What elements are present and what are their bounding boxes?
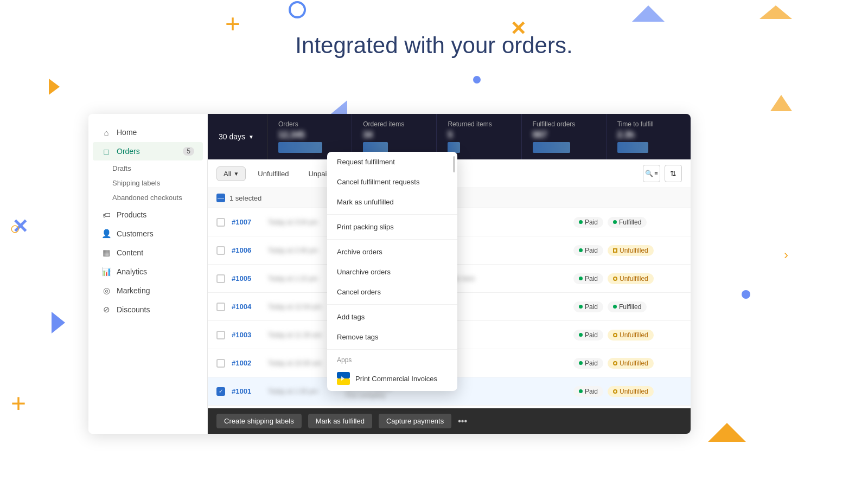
svg-marker-4 bbox=[760, 5, 792, 19]
menu-label-print-packing: Print packing slips bbox=[337, 223, 394, 231]
period-selector[interactable]: 30 days ▼ bbox=[208, 114, 267, 159]
payment-badge-1005: Paid bbox=[573, 273, 603, 284]
unfulfilled-dot-1002 bbox=[613, 361, 617, 365]
stats-orders-chart bbox=[278, 142, 322, 153]
home-icon: ⌂ bbox=[101, 127, 111, 137]
ui-container: ⌂ Home □ Orders 5 Drafts Shipping labels… bbox=[88, 114, 691, 434]
sidebar-item-analytics[interactable]: 📊 Analytics bbox=[93, 262, 203, 281]
paid-dot-1002 bbox=[579, 361, 583, 365]
stats-time-value: 2.3h bbox=[617, 130, 680, 140]
create-shipping-labels-button[interactable]: Create shipping labels bbox=[216, 414, 302, 428]
sidebar-item-drafts[interactable]: Drafts bbox=[88, 161, 207, 176]
sidebar-item-products[interactable]: 🏷 Products bbox=[93, 206, 203, 224]
content-icon: ▦ bbox=[101, 248, 111, 258]
menu-label-add-tags: Add tags bbox=[337, 313, 365, 321]
order-id-1007: #1007 bbox=[232, 218, 261, 226]
row-checkbox-1002[interactable] bbox=[216, 359, 225, 368]
sidebar-item-home[interactable]: ⌂ Home bbox=[93, 123, 203, 142]
order-status-1002: Paid Unfulfilled bbox=[573, 358, 682, 369]
menu-label-unarchive: Unarchive orders bbox=[337, 268, 391, 276]
paid-dot-1004 bbox=[579, 305, 583, 309]
row-checkbox-1003[interactable] bbox=[216, 331, 225, 339]
order-status-1006: Paid Unfulfilled bbox=[573, 245, 682, 256]
order-id-1002: #1002 bbox=[232, 359, 261, 367]
menu-scrollbar[interactable] bbox=[453, 156, 455, 172]
mark-fulfilled-button[interactable]: Mark as fulfilled bbox=[308, 414, 372, 428]
menu-item-archive[interactable]: Archive orders bbox=[327, 242, 457, 262]
svg-text:+: + bbox=[225, 9, 240, 38]
period-label: 30 days bbox=[219, 132, 245, 141]
payment-badge-1006: Paid bbox=[573, 245, 603, 256]
order-status-1003: Paid Unfulfilled bbox=[573, 330, 682, 341]
svg-text:○: ○ bbox=[10, 219, 20, 238]
menu-item-mark-unfulfilled[interactable]: Mark as unfulfilled bbox=[327, 192, 457, 212]
stats-returned-value: 5 bbox=[448, 130, 510, 140]
orders-icon: □ bbox=[101, 146, 111, 156]
svg-marker-12 bbox=[52, 312, 65, 333]
menu-item-cancel-orders[interactable]: Cancel orders bbox=[327, 282, 457, 302]
row-checkbox-1006[interactable] bbox=[216, 246, 225, 255]
more-actions-button[interactable]: ••• bbox=[458, 416, 467, 426]
payment-badge-1004: Paid bbox=[573, 301, 603, 312]
row-checkbox-1001[interactable]: ✓ bbox=[216, 387, 225, 396]
svg-text:›: › bbox=[784, 247, 788, 262]
search-filter-button[interactable]: 🔍 ≡ bbox=[643, 165, 660, 182]
menu-item-unarchive[interactable]: Unarchive orders bbox=[327, 262, 457, 282]
payment-badge-1002: Paid bbox=[573, 358, 603, 369]
order-id-1003: #1003 bbox=[232, 331, 261, 339]
svg-marker-15 bbox=[708, 423, 746, 442]
sidebar-item-orders[interactable]: □ Orders 5 bbox=[93, 142, 203, 160]
tab-unfulfilled[interactable]: Unfulfilled bbox=[250, 167, 296, 181]
stats-orders-label: Orders bbox=[278, 120, 341, 128]
menu-item-print-commercial[interactable]: Print Commercial Invoices bbox=[327, 366, 457, 391]
row-checkbox-1005[interactable] bbox=[216, 274, 225, 283]
svg-text:+: + bbox=[11, 389, 26, 418]
sort-button[interactable]: ⇅ bbox=[665, 165, 682, 182]
menu-item-remove-tags[interactable]: Remove tags bbox=[327, 327, 457, 347]
order-status-1001: Paid Unfulfilled bbox=[573, 386, 682, 397]
stats-fulfilled-chart bbox=[533, 142, 570, 153]
sidebar-item-discounts-label: Discounts bbox=[117, 305, 150, 314]
menu-label-remove-tags: Remove tags bbox=[337, 333, 379, 341]
sidebar-item-abandoned-checkouts[interactable]: Abandoned checkouts bbox=[88, 190, 207, 205]
action-bar: Create shipping labels Mark as fulfilled… bbox=[208, 408, 691, 434]
svg-text:✕: ✕ bbox=[12, 215, 28, 237]
menu-item-add-tags[interactable]: Add tags bbox=[327, 307, 457, 327]
selected-count: 1 selected bbox=[229, 194, 261, 202]
analytics-icon: 📊 bbox=[101, 267, 111, 277]
stats-fulfilled-label: Fulfilled orders bbox=[533, 120, 595, 128]
menu-item-print-packing[interactable]: Print packing slips bbox=[327, 217, 457, 237]
sidebar-item-marketing[interactable]: ◎ Marketing bbox=[93, 281, 203, 300]
menu-item-request-fulfillment[interactable]: Request fulfillment bbox=[327, 152, 457, 172]
filter-all-label: All bbox=[224, 170, 231, 178]
fulfillment-badge-1004: Fulfilled bbox=[608, 301, 647, 312]
order-id-1001: #1001 bbox=[232, 387, 261, 395]
menu-section-apps: Apps bbox=[327, 352, 457, 366]
order-id-1005: #1005 bbox=[232, 274, 261, 282]
svg-marker-8 bbox=[49, 79, 60, 95]
paid-dot-1006 bbox=[579, 248, 583, 252]
sidebar-item-content[interactable]: ▦ Content bbox=[93, 243, 203, 262]
order-id-1004: #1004 bbox=[232, 303, 261, 311]
menu-label-cancel-orders: Cancel orders bbox=[337, 288, 381, 296]
capture-payments-button[interactable]: Capture payments bbox=[379, 414, 451, 428]
order-status-1004: Paid Fulfilled bbox=[573, 301, 682, 312]
sidebar-item-customers-label: Customers bbox=[117, 229, 154, 238]
sidebar-item-marketing-label: Marketing bbox=[117, 286, 150, 295]
menu-divider-2 bbox=[327, 239, 457, 240]
products-icon: 🏷 bbox=[101, 210, 111, 220]
row-checkbox-1004[interactable] bbox=[216, 303, 225, 311]
payment-badge-1003: Paid bbox=[573, 330, 603, 341]
sidebar-item-shipping-labels[interactable]: Shipping labels bbox=[88, 176, 207, 190]
svg-marker-5 bbox=[770, 95, 792, 111]
menu-divider-3 bbox=[327, 304, 457, 305]
row-checkbox-1007[interactable] bbox=[216, 218, 225, 227]
menu-item-cancel-fulfillment[interactable]: Cancel fulfillment requests bbox=[327, 172, 457, 192]
svg-rect-18 bbox=[337, 378, 350, 385]
sidebar-item-discounts[interactable]: ⊘ Discounts bbox=[93, 300, 203, 319]
menu-label-request-fulfillment: Request fulfillment bbox=[337, 158, 395, 166]
sidebar-item-customers[interactable]: 👤 Customers bbox=[93, 224, 203, 243]
fulfillment-badge-1007: Fulfilled bbox=[608, 217, 647, 228]
select-all-checkbox[interactable]: — bbox=[216, 194, 225, 202]
filter-all[interactable]: All ▼ bbox=[216, 166, 246, 181]
